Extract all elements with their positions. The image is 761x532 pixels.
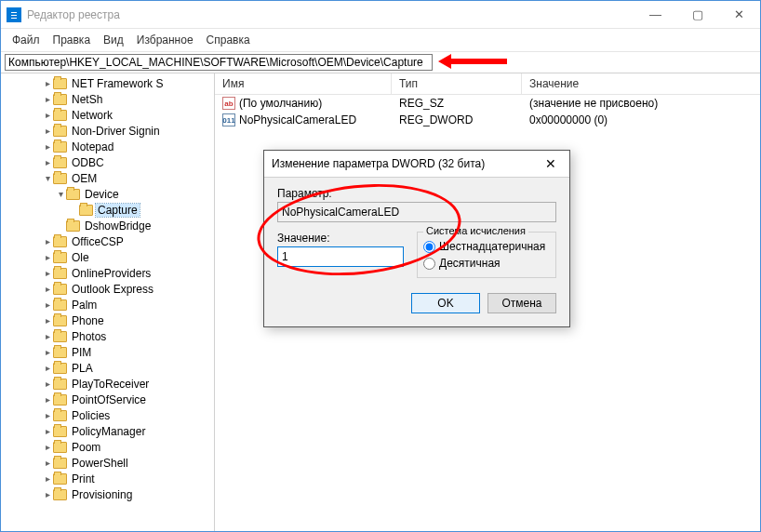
tree-node-label: OEM bbox=[70, 172, 99, 185]
tree-node[interactable]: ▸OnlineProviders bbox=[3, 265, 214, 281]
dialog-footer: OK Отмена bbox=[264, 284, 569, 326]
radio-dec-input[interactable] bbox=[423, 258, 435, 270]
menu-favorites[interactable]: Избранное bbox=[131, 32, 199, 48]
minimize-button[interactable]: — bbox=[634, 1, 676, 28]
caret-icon[interactable]: ▸ bbox=[42, 236, 53, 246]
tree-node-label: Device bbox=[83, 188, 121, 201]
tree-node[interactable]: ▸PlayToReceiver bbox=[3, 376, 214, 392]
col-type[interactable]: Тип bbox=[392, 73, 522, 94]
tree-node[interactable]: ▸NET Framework S bbox=[3, 75, 214, 91]
folder-icon bbox=[66, 189, 80, 200]
caret-icon[interactable]: ▸ bbox=[42, 458, 53, 468]
address-input[interactable] bbox=[5, 54, 433, 71]
folder-icon bbox=[53, 379, 67, 390]
radio-hex[interactable]: Шестнадцатеричная bbox=[423, 240, 550, 253]
caret-icon[interactable]: ▸ bbox=[42, 252, 53, 262]
caret-icon[interactable]: ▸ bbox=[42, 299, 53, 310]
caret-icon[interactable]: ▾ bbox=[42, 173, 53, 183]
cell-type: REG_DWORD bbox=[392, 113, 522, 126]
dialog-close-button[interactable]: ✕ bbox=[540, 156, 562, 171]
tree-node[interactable]: ▾OEM bbox=[3, 170, 214, 186]
cell-value: (значение не присвоено) bbox=[522, 97, 760, 110]
radio-dec[interactable]: Десятичная bbox=[423, 257, 550, 270]
caret-icon[interactable]: ▸ bbox=[42, 363, 53, 373]
value-input[interactable] bbox=[277, 246, 404, 267]
caret-icon[interactable]: ▸ bbox=[42, 315, 53, 326]
caret-icon[interactable]: ▸ bbox=[42, 141, 53, 152]
col-name[interactable]: Имя bbox=[215, 73, 392, 94]
radio-hex-label: Шестнадцатеричная bbox=[439, 240, 545, 253]
tree-node[interactable]: ▸Provisioning bbox=[3, 486, 214, 502]
tree-node[interactable]: ▸ODBC bbox=[3, 154, 214, 170]
menu-file[interactable]: Файл bbox=[7, 32, 46, 48]
cancel-button[interactable]: Отмена bbox=[487, 293, 556, 313]
menu-edit[interactable]: Правка bbox=[47, 32, 97, 48]
tree-node[interactable]: ▸Ole bbox=[3, 249, 214, 265]
tree-node[interactable]: ▸PolicyManager bbox=[3, 423, 214, 439]
tree-node[interactable]: Capture bbox=[3, 202, 214, 218]
tree-node-label: PolicyManager bbox=[70, 425, 147, 438]
tree-node[interactable]: ▸Print bbox=[3, 471, 214, 486]
tree-node[interactable]: ▸Poom bbox=[3, 439, 214, 455]
table-row[interactable]: ab(По умолчанию)REG_SZ(значение не присв… bbox=[215, 95, 760, 112]
tree-node[interactable]: ▸PIM bbox=[3, 344, 214, 360]
tree-node[interactable]: ▸OfficeCSP bbox=[3, 233, 214, 249]
caret-icon[interactable]: ▸ bbox=[42, 442, 53, 452]
list-body: ab(По умолчанию)REG_SZ(значение не присв… bbox=[215, 95, 760, 128]
caret-icon[interactable]: ▸ bbox=[42, 126, 53, 136]
tree-node[interactable]: ▸Notepad bbox=[3, 139, 214, 154]
table-row[interactable]: 011NoPhysicalCameraLEDREG_DWORD0x0000000… bbox=[215, 112, 760, 128]
tree-node[interactable]: ▸Phone bbox=[3, 313, 214, 328]
caret-icon[interactable]: ▾ bbox=[55, 189, 66, 199]
tree-node[interactable]: ▸PowerShell bbox=[3, 455, 214, 471]
caret-icon[interactable]: ▸ bbox=[42, 268, 53, 278]
tree-node-label: NetSh bbox=[70, 93, 104, 106]
caret-icon[interactable]: ▸ bbox=[42, 410, 53, 420]
folder-icon bbox=[53, 331, 67, 342]
tree-node[interactable]: ▸PointOfService bbox=[3, 392, 214, 407]
caret-icon[interactable]: ▸ bbox=[42, 94, 53, 104]
edit-dword-dialog: Изменение параметра DWORD (32 бита) ✕ Па… bbox=[263, 150, 570, 327]
close-button[interactable]: ✕ bbox=[718, 1, 760, 28]
tree-node[interactable]: ▾Device bbox=[3, 186, 214, 202]
caret-icon[interactable]: ▸ bbox=[42, 284, 53, 294]
menu-view[interactable]: Вид bbox=[98, 32, 129, 48]
folder-icon bbox=[53, 347, 67, 358]
caret-icon[interactable]: ▸ bbox=[42, 110, 53, 120]
tree-node[interactable]: ▸NetSh bbox=[3, 91, 214, 107]
tree-node[interactable]: ▸Non-Driver Signin bbox=[3, 123, 214, 139]
tree-node[interactable]: ▸Network bbox=[3, 107, 214, 123]
base-group: Система исчисления Шестнадцатеричная Дес… bbox=[417, 232, 556, 278]
tree-node[interactable]: DshowBridge bbox=[3, 218, 214, 233]
caret-icon[interactable]: ▸ bbox=[42, 331, 53, 341]
menu-help[interactable]: Справка bbox=[201, 32, 256, 48]
radio-hex-input[interactable] bbox=[423, 241, 435, 253]
ok-button[interactable]: OK bbox=[411, 293, 480, 313]
maximize-button[interactable]: ▢ bbox=[676, 1, 718, 28]
param-label: Параметр: bbox=[277, 187, 556, 200]
tree-node-label: ODBC bbox=[70, 156, 106, 169]
tree-node-label: DshowBridge bbox=[83, 219, 153, 233]
tree-node[interactable]: ▸Policies bbox=[3, 407, 214, 423]
folder-icon bbox=[53, 315, 67, 326]
titlebar: Редактор реестра — ▢ ✕ bbox=[1, 1, 760, 29]
tree-node[interactable]: ▸Outlook Express bbox=[3, 281, 214, 297]
caret-icon[interactable]: ▸ bbox=[42, 347, 53, 357]
tree-node-label: Photos bbox=[70, 330, 108, 343]
addressbar bbox=[1, 52, 760, 73]
tree-node[interactable]: ▸PLA bbox=[3, 360, 214, 376]
caret-icon[interactable]: ▸ bbox=[42, 473, 53, 484]
annotation-arrow bbox=[438, 54, 507, 69]
caret-icon[interactable]: ▸ bbox=[42, 394, 53, 405]
folder-icon bbox=[53, 236, 67, 247]
tree-pane[interactable]: ▸NET Framework S▸NetSh▸Network▸Non-Drive… bbox=[1, 73, 215, 531]
tree-node[interactable]: ▸Photos bbox=[3, 328, 214, 344]
caret-icon[interactable]: ▸ bbox=[42, 379, 53, 389]
caret-icon[interactable]: ▸ bbox=[42, 426, 53, 436]
caret-icon[interactable]: ▸ bbox=[42, 157, 53, 167]
caret-icon[interactable]: ▸ bbox=[42, 78, 53, 88]
caret-icon[interactable]: ▸ bbox=[42, 489, 53, 499]
col-value[interactable]: Значение bbox=[522, 73, 760, 94]
tree-node[interactable]: ▸Palm bbox=[3, 297, 214, 313]
folder-icon bbox=[66, 220, 80, 232]
